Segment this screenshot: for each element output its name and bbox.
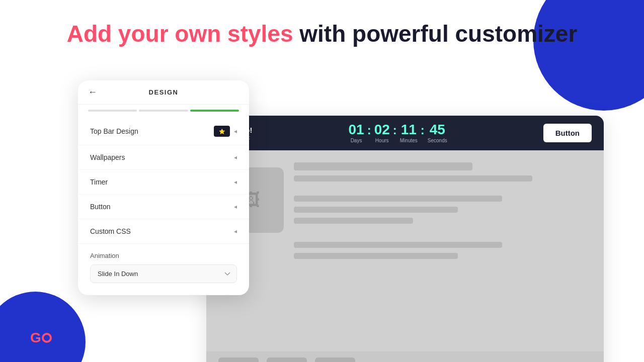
timer-minutes-label: Minutes (400, 138, 418, 143)
preview-content: 🖼 (206, 150, 604, 351)
text-placeholder-body-3 (294, 218, 413, 224)
timer-colon-3: : (421, 123, 425, 137)
timer-hours-value: 02 (374, 123, 390, 137)
menu-label-custom-css: Custom CSS (90, 227, 131, 235)
preview-thumbnails: 🖼 🖼 🖼 (206, 351, 604, 362)
top-bar-thumbnail: ⭐ (214, 126, 230, 137)
timer-cta-button[interactable]: Button (543, 124, 592, 142)
design-panel: ← DESIGN Top Bar Design ⭐ ◂ Wallpapers ◂… (78, 80, 249, 295)
preview-panel: Hurry up! Sales end in: 01 Days : 02 Hou… (206, 116, 604, 362)
progress-bar-3 (190, 110, 239, 112)
timer-unit-hours: 02 Hours (374, 123, 390, 143)
animation-section: Animation Slide In Down Slide In Up Fade… (78, 244, 249, 283)
thumbnail-2: 🖼 (267, 357, 307, 362)
timer-bar: Hurry up! Sales end in: 01 Days : 02 Hou… (206, 116, 604, 150)
logo-d-right: D (64, 330, 74, 346)
decorative-circle-bottom-left (0, 292, 86, 362)
timer-seconds-value: 45 (430, 123, 445, 137)
timer-hours-label: Hours (375, 138, 389, 143)
timer-days-label: Days (351, 138, 362, 143)
menu-right-top-bar: ⭐ ◂ (214, 126, 237, 137)
progress-bar-1 (88, 110, 137, 112)
animation-select[interactable]: Slide In Down Slide In Up Fade In Bounce… (90, 264, 237, 283)
timer-digits: 01 Days : 02 Hours : 11 Minutes : 45 Sec… (348, 123, 447, 143)
thumbnail-1: 🖼 (218, 357, 259, 362)
menu-right-button: ◂ (234, 203, 237, 210)
headline-normal: with powerful customizer (293, 21, 578, 47)
text-placeholder-body-4 (294, 242, 502, 248)
timer-colon-1: : (367, 123, 371, 137)
decorative-circle-top-right (533, 0, 644, 111)
timer-unit-seconds: 45 Seconds (428, 123, 447, 143)
menu-item-top-bar-design[interactable]: Top Bar Design ⭐ ◂ (78, 118, 249, 145)
timer-colon-2: : (393, 123, 397, 137)
text-placeholder-body-5 (294, 253, 458, 259)
menu-right-timer: ◂ (234, 178, 237, 186)
logo-circle-red (42, 333, 52, 343)
panel-header: ← DESIGN (78, 80, 249, 105)
headline-highlight: Add your own styles (67, 21, 293, 47)
menu-right-wallpapers: ◂ (234, 154, 237, 161)
logo-circle-blue (53, 333, 63, 343)
panel-title: DESIGN (149, 88, 179, 96)
text-placeholder-title (294, 162, 472, 170)
page-title: Add your own styles with powerful custom… (0, 20, 644, 48)
timer-unit-minutes: 11 Minutes (400, 123, 418, 143)
timer-seconds-label: Seconds (428, 138, 447, 143)
text-placeholder-subtitle (294, 175, 532, 182)
header-section: Add your own styles with powerful custom… (0, 20, 644, 48)
thumbnail-3: 🖼 (315, 357, 355, 362)
chevron-icon-custom-css: ◂ (234, 228, 237, 235)
animation-label: Animation (90, 252, 237, 259)
menu-item-custom-css[interactable]: Custom CSS ◂ (78, 219, 249, 244)
chevron-icon-timer: ◂ (234, 178, 237, 186)
menu-item-timer[interactable]: Timer ◂ (78, 170, 249, 195)
logo: G D (30, 330, 74, 346)
top-bar-thumb-icon: ⭐ (219, 129, 225, 134)
back-button[interactable]: ← (88, 87, 97, 98)
progress-bar-2 (139, 110, 188, 112)
menu-item-button[interactable]: Button ◂ (78, 195, 249, 219)
timer-unit-days: 01 Days (348, 123, 364, 143)
timer-minutes-value: 11 (401, 123, 417, 137)
menu-label-button: Button (90, 203, 110, 211)
chevron-icon-top-bar: ◂ (234, 128, 237, 135)
text-placeholder-body-2 (294, 207, 458, 213)
logo-circles (42, 333, 63, 343)
preview-text-area (294, 162, 592, 339)
menu-label-top-bar-design: Top Bar Design (90, 127, 138, 135)
chevron-icon-button: ◂ (234, 203, 237, 210)
menu-label-wallpapers: Wallpapers (90, 153, 125, 161)
logo-g-left: G (30, 330, 41, 346)
menu-item-wallpapers[interactable]: Wallpapers ◂ (78, 145, 249, 170)
chevron-icon-wallpapers: ◂ (234, 154, 237, 161)
timer-days-value: 01 (348, 123, 364, 137)
text-placeholder-body-1 (294, 196, 502, 202)
progress-bars (78, 110, 249, 118)
menu-right-custom-css: ◂ (234, 228, 237, 235)
menu-label-timer: Timer (90, 178, 108, 186)
